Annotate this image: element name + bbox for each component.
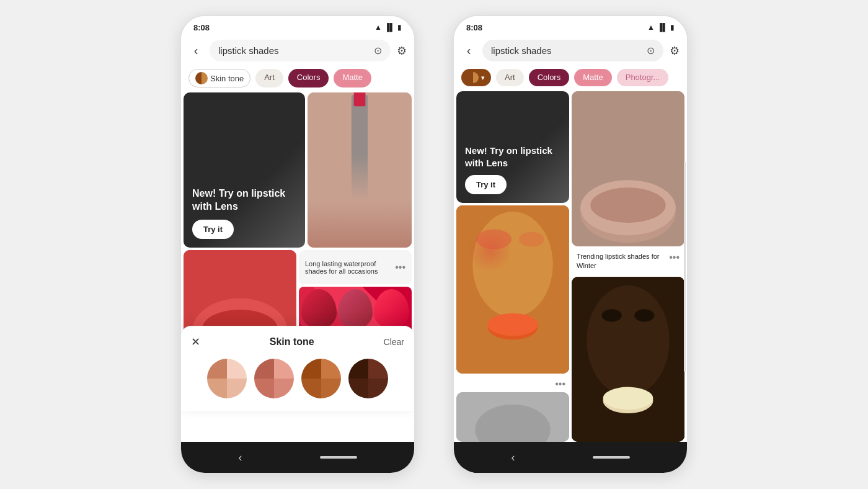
face-dark-skin-image bbox=[572, 277, 684, 442]
trending-text: Trending lipstick shades for Winter bbox=[577, 252, 669, 271]
signal-icon: ▐▌ bbox=[384, 23, 395, 32]
lips-close-card-right bbox=[572, 91, 684, 246]
status-icons-right: ▲ ▐▌ ▮ bbox=[647, 23, 675, 32]
try-it-button-right[interactable]: Try it bbox=[465, 175, 507, 194]
chevron-down-icon: ▾ bbox=[481, 74, 485, 82]
search-input-wrap-right[interactable]: lipstick shades ⊙ bbox=[482, 40, 663, 61]
nav-back-right[interactable]: ‹ bbox=[512, 451, 515, 464]
svg-point-1 bbox=[325, 218, 394, 248]
search-bar-right: ‹ lipstick shades ⊙ ⚙ bbox=[454, 36, 687, 65]
nav-back-left[interactable]: ‹ bbox=[239, 451, 242, 464]
scroll-indicator-right bbox=[684, 161, 686, 372]
chip-skin-tone-left[interactable]: Skin tone bbox=[188, 69, 250, 87]
filter-chips-left: Skin tone Art Colors Matte bbox=[181, 65, 414, 92]
camera-icon-right[interactable]: ⊙ bbox=[647, 45, 655, 56]
skin-swatch-2[interactable] bbox=[254, 359, 294, 398]
try-it-button-left[interactable]: Try it bbox=[192, 220, 234, 239]
filter-icon-left[interactable]: ⚙ bbox=[397, 44, 407, 58]
try-lens-card-right[interactable]: New! Try on lipstick with Lens Try it bbox=[456, 91, 569, 203]
lip-close-image bbox=[572, 91, 684, 246]
chip-art-left[interactable]: Art bbox=[255, 69, 283, 87]
gray-card-svg bbox=[456, 392, 569, 442]
svg-point-12 bbox=[476, 229, 512, 249]
swatch-1 bbox=[301, 289, 337, 329]
svg-point-29 bbox=[603, 387, 653, 409]
search-text-right: lipstick shades bbox=[491, 45, 642, 56]
svg-rect-4 bbox=[354, 92, 366, 106]
status-icons-left: ▲ ▐▌ ▮ bbox=[374, 23, 402, 32]
lipstick-apply-card bbox=[308, 92, 412, 248]
phone-left: 8:08 ▲ ▐▌ ▮ ‹ lipstick shades ⊙ ⚙ Skin t… bbox=[180, 15, 415, 474]
status-time-left: 8:08 bbox=[193, 23, 210, 32]
clear-button[interactable]: Clear bbox=[384, 337, 404, 347]
grid-content-right: New! Try on lipstick with Lens Try it bbox=[454, 91, 687, 442]
signal-icon-right: ▐▌ bbox=[657, 23, 668, 32]
status-bar-left: 8:08 ▲ ▐▌ ▮ bbox=[181, 16, 414, 36]
chip-art-right[interactable]: Art bbox=[496, 69, 524, 86]
chip-matte-right[interactable]: Matte bbox=[574, 69, 612, 86]
face-svg bbox=[456, 205, 569, 374]
chip-matte-left[interactable]: Matte bbox=[334, 69, 371, 87]
right-col-left: New! Try on lipstick with Lens Try it bbox=[456, 91, 569, 442]
svg-point-2 bbox=[325, 218, 394, 246]
svg-point-23 bbox=[590, 187, 665, 223]
nav-pill-right bbox=[593, 456, 630, 459]
back-button-right[interactable]: ‹ bbox=[461, 43, 476, 58]
panel-header: ✕ Skin tone Clear bbox=[191, 335, 404, 349]
filter-chips-right: ▾ Art Colors Matte Photogr... bbox=[454, 65, 687, 91]
skin-tone-panel: ✕ Skin tone Clear bbox=[181, 326, 414, 411]
search-bar-left: ‹ lipstick shades ⊙ ⚙ bbox=[181, 36, 414, 65]
chip-colors-left[interactable]: Colors bbox=[288, 69, 329, 87]
grid-top-left: New! Try on lipstick with Lens Try it bbox=[181, 92, 414, 248]
camera-icon-left[interactable]: ⊙ bbox=[374, 45, 382, 56]
face-dark-card bbox=[572, 277, 684, 442]
trending-caption-wrap: Trending lipstick shades for Winter ••• bbox=[572, 249, 684, 274]
chip-colors-right[interactable]: Colors bbox=[529, 69, 570, 86]
skin-swatch-3[interactable] bbox=[301, 359, 341, 398]
svg-point-15 bbox=[488, 313, 538, 336]
chip-photo-right[interactable]: Photogr... bbox=[617, 69, 669, 86]
lipstick-svg bbox=[308, 92, 412, 248]
more-dots-right[interactable]: ••• bbox=[555, 379, 565, 390]
filter-icon-right[interactable]: ⚙ bbox=[670, 44, 680, 58]
back-button-left[interactable]: ‹ bbox=[188, 43, 203, 58]
more-dots-trending[interactable]: ••• bbox=[669, 252, 680, 263]
waterproof-caption: Long lasting waterproof shades for all o… bbox=[299, 250, 412, 284]
more-row-right: ••• bbox=[456, 376, 569, 390]
panel-title: Skin tone bbox=[200, 336, 384, 348]
chip-skin-label: Skin tone bbox=[210, 74, 244, 83]
nav-pill-left bbox=[320, 456, 357, 459]
search-input-wrap-left[interactable]: lipstick shades ⊙ bbox=[210, 40, 391, 61]
dark-face-svg bbox=[572, 277, 684, 442]
face-colorful-card bbox=[456, 205, 569, 374]
battery-icon-right: ▮ bbox=[670, 23, 675, 32]
right-col-right: Trending lipstick shades for Winter ••• bbox=[572, 91, 684, 442]
skin-swatch-1[interactable] bbox=[207, 359, 247, 398]
close-panel-button[interactable]: ✕ bbox=[191, 335, 200, 349]
nav-bar-left: ‹ bbox=[181, 442, 414, 473]
lips-close-svg bbox=[572, 91, 684, 246]
try-lens-title-right: New! Try on lipstick with Lens bbox=[465, 145, 560, 169]
try-lens-card-left[interactable]: New! Try on lipstick with Lens Try it bbox=[184, 92, 305, 248]
search-text-left: lipstick shades bbox=[218, 45, 369, 56]
skin-swatch-4[interactable] bbox=[348, 359, 388, 398]
swatch-2 bbox=[338, 289, 373, 329]
wifi-icon-right: ▲ bbox=[647, 23, 655, 32]
more-dots-waterproof[interactable]: ••• bbox=[395, 262, 405, 273]
svg-point-25 bbox=[587, 285, 669, 396]
chip-skin-tone-right[interactable]: ▾ bbox=[461, 69, 491, 86]
phones-container: 8:08 ▲ ▐▌ ▮ ‹ lipstick shades ⊙ ⚙ Skin t… bbox=[0, 0, 868, 489]
skin-circles-row bbox=[191, 359, 404, 398]
face-orange-makeup-image bbox=[456, 205, 569, 374]
svg-point-11 bbox=[472, 212, 552, 317]
svg-rect-3 bbox=[352, 95, 368, 211]
phone-right: 8:08 ▲ ▐▌ ▮ ‹ lipstick shades ⊙ ⚙ ▾ Art bbox=[453, 15, 688, 474]
grid-content-left: New! Try on lipstick with Lens Try it bbox=[181, 92, 414, 442]
svg-point-26 bbox=[602, 309, 622, 321]
trending-caption-row: Trending lipstick shades for Winter ••• bbox=[577, 252, 680, 271]
status-bar-right: 8:08 ▲ ▐▌ ▮ bbox=[454, 16, 687, 36]
status-time-right: 8:08 bbox=[466, 23, 482, 32]
wifi-icon: ▲ bbox=[374, 23, 382, 32]
try-lens-title-left: New! Try on lipstick with Lens bbox=[192, 187, 296, 213]
skin-tone-circle bbox=[195, 72, 208, 84]
